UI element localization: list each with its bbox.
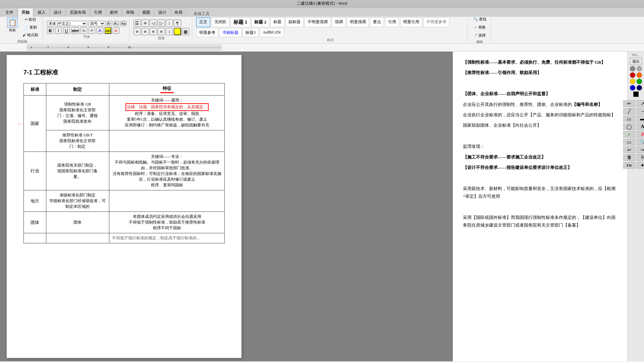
tab-页面布局[interactable]: 页面布局: [66, 8, 90, 17]
tab-设计2[interactable]: 设计: [155, 8, 170, 17]
color-orange[interactable]: [637, 72, 642, 78]
cell-国家-label: ← 国家: [24, 96, 46, 152]
bullets-button[interactable]: ☰: [133, 19, 141, 27]
copy2-tool[interactable]: ⎘: [637, 154, 644, 161]
redo-tool[interactable]: ↪: [637, 146, 644, 153]
font-size-select[interactable]: 四号: [89, 21, 105, 26]
tool-row-5: ✓ ✗: [623, 131, 644, 138]
main-table: 标准 制定 特征 ← 国家: [23, 83, 225, 243]
tab-视图[interactable]: 视图: [139, 8, 154, 17]
color-yellow[interactable]: [630, 79, 635, 84]
style-明显引用[interactable]: 明显引用: [400, 17, 422, 27]
text-tool[interactable]: A: [637, 123, 644, 130]
style-标题1[interactable]: 标题 1: [230, 17, 250, 27]
underline-button[interactable]: U: [63, 27, 70, 34]
borders-button[interactable]: ▦: [182, 28, 189, 35]
tab-设计[interactable]: 设计: [50, 8, 65, 17]
superscript-button[interactable]: X²: [89, 27, 95, 34]
rect-tool[interactable]: ▭: [623, 116, 635, 122]
numbering-button[interactable]: ≡: [142, 19, 149, 27]
check-tool[interactable]: ✓: [623, 131, 635, 138]
font-grow-button[interactable]: A↑: [107, 21, 112, 26]
align-center-button[interactable]: ≡: [142, 28, 149, 35]
exit-button[interactable]: 退出: [630, 58, 642, 65]
delete-tool[interactable]: 🗑: [623, 154, 635, 161]
justify-button[interactable]: ≡: [158, 28, 165, 35]
font-color-button[interactable]: A: [113, 27, 119, 34]
tab-审阅[interactable]: 审阅: [122, 8, 138, 17]
rect2-tool[interactable]: ▬: [637, 116, 644, 122]
text-effect-button[interactable]: A: [97, 27, 103, 34]
pen-tool[interactable]: ✏: [623, 100, 635, 107]
line2-tool[interactable]: →: [637, 108, 644, 115]
indent-increase-button[interactable]: ▷: [158, 19, 165, 27]
tab-文件[interactable]: 文件: [2, 8, 17, 17]
color-darkblue[interactable]: [637, 85, 642, 90]
align-left-button[interactable]: ≡: [133, 28, 141, 35]
color-gray2[interactable]: [637, 66, 642, 71]
tab-开始[interactable]: 开始: [18, 8, 33, 17]
move-up-tool[interactable]: ▭: [623, 139, 635, 145]
line-spacing-button[interactable]: ↕: [166, 28, 173, 35]
style-书籍标题[interactable]: 书籍标题: [219, 28, 241, 37]
style-引用[interactable]: 引用: [385, 17, 399, 27]
style-正文[interactable]: 正文: [196, 17, 210, 27]
table-row-地方: 地方 省级标准化部门制定 市级标准化部门经省级批准，可制定本区域的: [24, 190, 225, 212]
style-无间距[interactable]: 无间距: [211, 17, 229, 27]
zoom-tool[interactable]: 🔍: [637, 139, 644, 145]
copy-button[interactable]: 📄 复制: [21, 24, 40, 31]
find-button[interactable]: 🔍 查找: [472, 16, 488, 23]
style-明显参考[interactable]: 明显参考: [196, 28, 218, 37]
color-blue[interactable]: [630, 85, 635, 90]
style-标题[interactable]: 标题: [270, 17, 284, 27]
fit-tool[interactable]: FIt: [623, 162, 635, 169]
style-副标题[interactable]: 副标题: [285, 17, 304, 27]
color-gray1[interactable]: [630, 66, 635, 71]
shading-button[interactable]: [174, 28, 181, 35]
tool-row-8: 🗑 ⎘: [623, 154, 644, 161]
table-row-国家-推荐: 推荐性标准 GB/T 国务院标准化主管部门：制定: [24, 130, 225, 152]
font-shrink-button[interactable]: A↓: [114, 21, 119, 26]
align-right-button[interactable]: ≡: [150, 28, 157, 35]
arrow-tool[interactable]: ↗: [637, 100, 644, 107]
clear-format-button[interactable]: Aa: [120, 21, 126, 26]
tab-引用[interactable]: 引用: [90, 8, 106, 17]
table-row-行业: 行业 国务院有关部门制定，报国务院标准化部门备案。 关键词——专业： 不得与国标…: [24, 152, 225, 190]
font-family-select[interactable]: 宋体 (中文正): [47, 21, 87, 26]
text-highlight-button[interactable]: ab: [105, 27, 111, 34]
tool-row-1: ✏ ↗: [623, 100, 644, 107]
style-强调[interactable]: 强调: [332, 17, 346, 27]
circle2-tool[interactable]: ●: [637, 162, 644, 169]
line-tool[interactable]: ╱: [623, 108, 635, 115]
subscript-button[interactable]: X₂: [80, 27, 87, 34]
cut-button[interactable]: ✂ 剪切: [21, 16, 40, 23]
bold-button[interactable]: B: [47, 27, 54, 34]
style-不明显强调[interactable]: 不明显强调: [305, 17, 331, 27]
tab-插入[interactable]: 插入: [34, 8, 49, 17]
style-不明显参考[interactable]: 不明显参考: [423, 17, 449, 27]
style-要点[interactable]: 要点: [370, 17, 384, 27]
select-button[interactable]: ↗ 选择: [472, 32, 488, 39]
style-标题2[interactable]: 标题 2: [251, 17, 269, 27]
color-red[interactable]: [630, 72, 635, 78]
style-AaBbCcDc2[interactable]: AaBbCcDc: [260, 28, 284, 37]
show-formatting-button[interactable]: ¶: [174, 19, 181, 27]
color-green[interactable]: [637, 79, 642, 84]
strikethrough-button[interactable]: abc: [71, 27, 79, 34]
oval-tool[interactable]: ◯: [623, 123, 635, 130]
cross-tool[interactable]: ✗: [637, 131, 644, 138]
indent-decrease-button[interactable]: ◁: [150, 19, 157, 27]
style-标题3[interactable]: 标题3: [243, 28, 259, 37]
sort-button[interactable]: ↕: [166, 19, 173, 27]
tab-布局[interactable]: 布局: [171, 8, 186, 17]
color-black[interactable]: [633, 92, 639, 97]
paste-button[interactable]: 📋 粘贴: [5, 16, 19, 39]
style-gallery: 正文 无间距 标题 1 标题 2 标题 副标题 不明显强调 强调 明显强调 要点…: [196, 17, 465, 37]
style-明显强调[interactable]: 明显强调: [347, 17, 369, 27]
right-para-blank-5: [463, 232, 617, 240]
tab-邮件[interactable]: 邮件: [106, 8, 122, 17]
italic-button[interactable]: I: [55, 27, 62, 34]
undo-tool[interactable]: ↩: [623, 146, 635, 153]
replace-button[interactable]: ↔ 替换: [472, 24, 488, 31]
format-painter-button[interactable]: 🖌 格式刷: [21, 32, 40, 39]
